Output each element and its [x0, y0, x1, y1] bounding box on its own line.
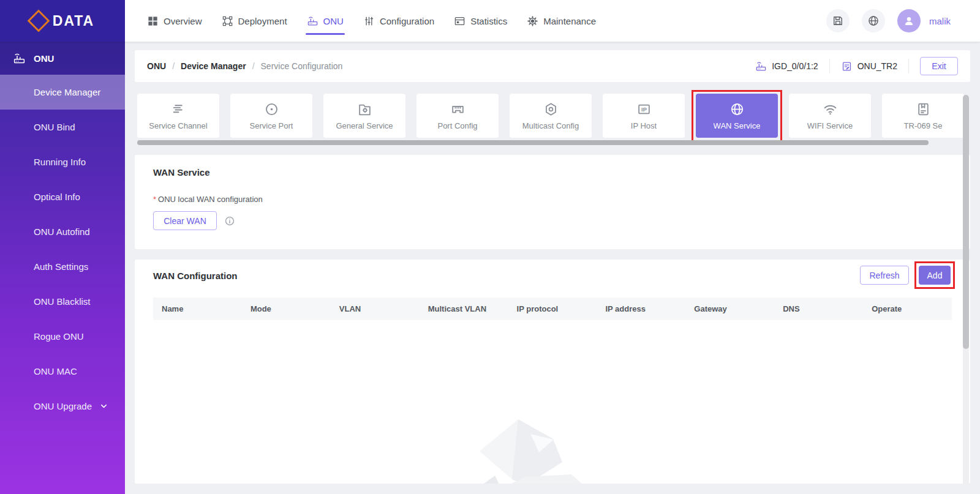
column-header-mode: Mode	[242, 304, 331, 313]
tab-ip-host[interactable]: IP IP Host	[603, 94, 685, 138]
tab-label: Multicast Config	[522, 121, 579, 130]
tab-service-port[interactable]: Service Port	[230, 94, 312, 138]
sidebar-item-onu-autofind[interactable]: ONU Autofind	[0, 214, 125, 249]
sidebar-item-rogue-onu[interactable]: Rogue ONU	[0, 319, 125, 354]
tab-port-config[interactable]: Port Config	[417, 94, 499, 138]
chevron-down-icon	[99, 402, 108, 411]
breadcrumb-item-device-manager[interactable]: Device Manager	[181, 61, 246, 71]
tab-tr069-service[interactable]: TR-069 Se	[882, 94, 964, 138]
sidebar-item-onu-upgrade[interactable]: ONU Upgrade	[0, 389, 125, 424]
wan-service-title: WAN Service	[153, 167, 970, 178]
nav-label: Overview	[164, 16, 202, 26]
tab-label: WIFI Service	[807, 121, 853, 130]
nav-item-maintenance[interactable]: Maintenance	[527, 0, 596, 42]
breadcrumb-separator: /	[252, 61, 255, 71]
wan-service-panel: WAN Service *ONU local WAN configuration…	[135, 155, 970, 249]
wan-globe-icon	[729, 102, 745, 117]
user-avatar[interactable]	[897, 9, 921, 32]
column-header-dns: DNS	[774, 304, 863, 313]
active-nav-underline	[306, 33, 345, 35]
top-bar-actions: malik	[826, 0, 980, 42]
annotation-box-wan-service	[692, 90, 782, 144]
column-header-name: Name	[153, 304, 242, 313]
onu-router-icon	[13, 52, 26, 65]
breadcrumb-separator: /	[172, 61, 175, 71]
breadcrumb-bar: ONU / Device Manager / Service Configura…	[135, 50, 970, 82]
divider	[829, 59, 830, 73]
nav-item-overview[interactable]: Overview	[147, 0, 202, 42]
sidebar-item-label: Auth Settings	[34, 261, 88, 272]
top-nav: Overview Deployment ONU Configuration St…	[125, 0, 826, 42]
save-button[interactable]	[826, 9, 850, 32]
nav-label: Configuration	[380, 16, 434, 26]
refresh-button[interactable]: Refresh	[860, 266, 909, 285]
tab-wan-service[interactable]: WAN Service	[696, 94, 778, 138]
sidebar-item-label: ONU MAC	[34, 366, 77, 376]
horizontal-scrollbar[interactable]	[137, 140, 929, 145]
sidebar-item-optical-info[interactable]: Optical Info	[0, 179, 125, 214]
info-icon	[224, 215, 235, 226]
sidebar-item-auth-settings[interactable]: Auth Settings	[0, 249, 125, 284]
vertical-scrollbar-thumb[interactable]	[963, 95, 969, 349]
tab-wifi-service[interactable]: WIFI Service	[789, 94, 871, 138]
language-globe-button[interactable]	[862, 9, 885, 32]
column-header-multicast-vlan: Multicast VLAN	[420, 304, 508, 313]
sidebar-header-onu[interactable]: ONU	[0, 42, 125, 75]
nav-item-configuration[interactable]: Configuration	[363, 0, 434, 42]
tab-general-service[interactable]: General Service	[323, 94, 405, 138]
deployment-icon	[222, 15, 233, 27]
overview-grid-icon	[147, 15, 159, 27]
tab-label: IP Host	[631, 121, 657, 130]
tab-multicast-config[interactable]: Multicast Config	[510, 94, 592, 138]
port-config-icon	[450, 102, 466, 117]
nav-item-statistics[interactable]: Statistics	[454, 0, 507, 42]
device-info-bar: IGD_0/0/1:2 ONU_TR2 Exit	[755, 57, 958, 75]
clear-wan-button[interactable]: Clear WAN	[153, 211, 217, 230]
sidebar-item-onu-mac[interactable]: ONU MAC	[0, 354, 125, 389]
breadcrumb-item-onu[interactable]: ONU	[147, 61, 166, 71]
sidebar: ONU Device Manager ONU Bind Running Info…	[0, 42, 125, 494]
add-button[interactable]: Add	[919, 266, 951, 285]
empty-state-box-illustration	[446, 413, 630, 484]
sidebar-item-onu-bind[interactable]: ONU Bind	[0, 110, 125, 144]
nav-item-deployment[interactable]: Deployment	[222, 0, 287, 42]
user-icon	[902, 14, 916, 28]
sidebar-item-onu-blacklist[interactable]: ONU Blacklist	[0, 284, 125, 319]
save-icon	[832, 15, 844, 27]
sidebar-item-label: Rogue ONU	[34, 331, 84, 342]
service-tabs-row: Service Channel Service Port General Ser…	[137, 94, 964, 138]
tab-label: General Service	[336, 121, 393, 130]
nav-item-onu[interactable]: ONU	[307, 0, 344, 42]
exit-button[interactable]: Exit	[920, 57, 958, 75]
general-service-icon	[357, 102, 372, 117]
column-header-vlan: VLAN	[331, 304, 420, 313]
sidebar-item-running-info[interactable]: Running Info	[0, 144, 125, 179]
wan-configuration-panel: WAN Configuration Refresh Add Name Mode …	[135, 260, 970, 484]
device-name-group: ONU_TR2	[841, 61, 897, 72]
sidebar-item-device-manager[interactable]: Device Manager	[0, 75, 125, 110]
brand-diamond-icon	[27, 10, 50, 32]
tr069-book-icon	[916, 102, 931, 117]
top-bar: DATA Overview Deployment ONU Configurati…	[0, 0, 980, 42]
onu-router-icon	[755, 61, 767, 72]
service-port-icon	[264, 102, 279, 117]
column-header-ip-address: IP address	[597, 304, 685, 313]
sidebar-item-label: Running Info	[34, 157, 86, 167]
divider	[908, 59, 909, 73]
column-header-gateway: Gateway	[685, 304, 774, 313]
breadcrumb: ONU / Device Manager / Service Configura…	[147, 61, 342, 71]
wifi-icon	[823, 102, 838, 117]
username-label[interactable]: malik	[929, 16, 951, 26]
vertical-scrollbar-track[interactable]	[963, 95, 969, 487]
tab-label: Service Channel	[149, 121, 207, 130]
breadcrumb-item-service-configuration: Service Configuration	[261, 61, 343, 71]
wan-configuration-title: WAN Configuration	[153, 271, 237, 281]
document-edit-icon	[841, 61, 853, 72]
tab-label: Service Port	[250, 121, 293, 130]
tab-label: WAN Service	[714, 121, 761, 130]
multicast-config-icon	[543, 102, 559, 117]
statistics-icon	[454, 15, 466, 27]
ip-host-icon: IP	[636, 102, 652, 117]
tab-service-channel[interactable]: Service Channel	[137, 94, 219, 138]
column-header-ip-protocol: IP protocol	[508, 304, 597, 313]
